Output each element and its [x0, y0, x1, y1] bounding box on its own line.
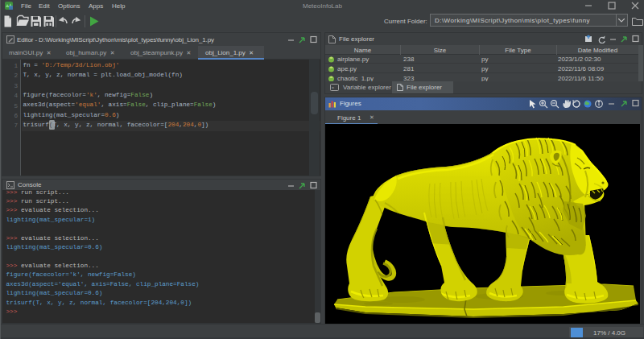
svg-text:=: =: [332, 85, 334, 90]
